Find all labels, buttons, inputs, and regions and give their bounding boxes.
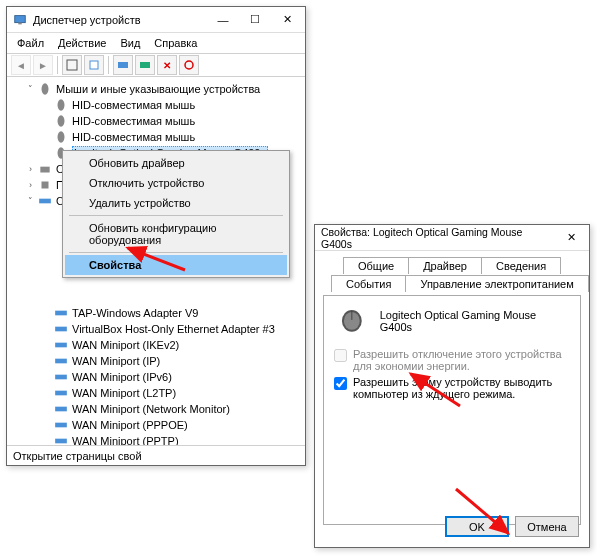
annotation-arrow xyxy=(450,485,520,540)
network-icon xyxy=(54,434,68,445)
svg-rect-13 xyxy=(42,182,49,189)
dialog-title: Свойства: Logitech Optical Gaming Mouse … xyxy=(321,226,555,250)
tree-item-wan-ikev2[interactable]: WAN Miniport (IKEv2) xyxy=(13,337,305,353)
svg-point-8 xyxy=(58,99,65,111)
mouse-icon xyxy=(54,114,68,128)
svg-rect-20 xyxy=(55,391,67,396)
toolbar-separator xyxy=(57,56,58,74)
tree-item-wan-ip[interactable]: WAN Miniport (IP) xyxy=(13,353,305,369)
tab-driver[interactable]: Драйвер xyxy=(408,257,482,274)
network-icon xyxy=(38,194,52,208)
tree-item-wan-pppoe[interactable]: WAN Miniport (PPPOE) xyxy=(13,417,305,433)
tree-item-vbox[interactable]: VirtualBox Host-Only Ethernet Adapter #3 xyxy=(13,321,305,337)
tab-details[interactable]: Сведения xyxy=(481,257,561,274)
network-icon xyxy=(54,370,68,384)
mouse-icon xyxy=(54,98,68,112)
network-icon xyxy=(54,322,68,336)
svg-rect-19 xyxy=(55,375,67,380)
titlebar: Диспетчер устройств — ☐ ✕ xyxy=(7,7,305,33)
ctx-update-driver[interactable]: Обновить драйвер xyxy=(65,153,287,173)
cancel-button[interactable]: Отмена xyxy=(515,516,579,537)
toolbar: ◄ ► ✕ xyxy=(7,53,305,77)
svg-rect-16 xyxy=(55,327,67,332)
svg-rect-18 xyxy=(55,359,67,364)
svg-rect-23 xyxy=(55,439,67,444)
tree-item-wan-netmon[interactable]: WAN Miniport (Network Monitor) xyxy=(13,401,305,417)
svg-line-31 xyxy=(411,374,460,406)
tree-item-wan-l2tp[interactable]: WAN Miniport (L2TP) xyxy=(13,385,305,401)
svg-rect-17 xyxy=(55,343,67,348)
status-bar: Открытие страницы свой xyxy=(7,445,305,465)
menu-view[interactable]: Вид xyxy=(114,35,146,51)
toolbar-forward-button[interactable]: ► xyxy=(33,55,53,75)
tree-item-hid-mouse[interactable]: HID-совместимая мышь xyxy=(13,129,305,145)
device-name-label: Logitech Optical Gaming Mouse G400s xyxy=(380,309,570,333)
expand-icon[interactable]: › xyxy=(25,164,36,174)
svg-point-7 xyxy=(42,83,49,95)
menu-help[interactable]: Справка xyxy=(148,35,203,51)
network-icon xyxy=(54,418,68,432)
window-title: Диспетчер устройств xyxy=(33,14,207,26)
svg-point-10 xyxy=(58,131,65,143)
tab-general[interactable]: Общие xyxy=(343,257,409,274)
svg-rect-1 xyxy=(18,22,22,24)
toolbar-back-button[interactable]: ◄ xyxy=(11,55,31,75)
minimize-button[interactable]: — xyxy=(207,9,239,31)
maximize-button[interactable]: ☐ xyxy=(239,9,271,31)
collapse-icon[interactable]: ˅ xyxy=(25,196,36,206)
toolbar-update-button[interactable] xyxy=(135,55,155,75)
menu-file[interactable]: Файл xyxy=(11,35,50,51)
tree-category-mice[interactable]: ˅ Мыши и иные указывающие устройства xyxy=(13,81,305,97)
svg-rect-21 xyxy=(55,407,67,412)
expand-icon[interactable]: › xyxy=(25,180,36,190)
tree-item-wan-pptp[interactable]: WAN Miniport (PPTP) xyxy=(13,433,305,445)
svg-rect-4 xyxy=(118,62,128,68)
toolbar-properties-button[interactable] xyxy=(84,55,104,75)
tab-events[interactable]: События xyxy=(331,275,406,292)
tab-power-management[interactable]: Управление электропитанием xyxy=(405,275,588,292)
annotation-arrow xyxy=(120,244,190,274)
tree-item-wan-ipv6[interactable]: WAN Miniport (IPv6) xyxy=(13,369,305,385)
svg-rect-5 xyxy=(140,62,150,68)
toolbar-uninstall-button[interactable]: ✕ xyxy=(157,55,177,75)
svg-line-30 xyxy=(128,248,185,270)
titlebar: Свойства: Logitech Optical Gaming Mouse … xyxy=(315,225,589,251)
tree-item-hid-mouse[interactable]: HID-совместимая мышь xyxy=(13,113,305,129)
svg-rect-14 xyxy=(39,199,51,204)
mouse-icon xyxy=(54,130,68,144)
network-icon xyxy=(54,354,68,368)
ctx-separator xyxy=(69,215,283,216)
close-button[interactable]: ✕ xyxy=(271,9,303,31)
svg-rect-12 xyxy=(40,167,49,173)
svg-rect-0 xyxy=(15,15,26,22)
ctx-disable-device[interactable]: Отключить устройство xyxy=(65,173,287,193)
printer-icon xyxy=(38,162,52,176)
svg-rect-3 xyxy=(90,61,98,69)
svg-rect-22 xyxy=(55,423,67,428)
network-icon xyxy=(54,338,68,352)
svg-rect-2 xyxy=(67,60,77,70)
close-button[interactable]: ✕ xyxy=(555,227,587,249)
tabstrip: Общие Драйвер Сведения События Управлени… xyxy=(315,251,589,295)
ctx-remove-device[interactable]: Удалить устройство xyxy=(65,193,287,213)
collapse-icon[interactable]: ˅ xyxy=(25,84,36,94)
toolbar-disable-button[interactable] xyxy=(179,55,199,75)
annotation-arrow xyxy=(405,370,465,410)
network-icon xyxy=(54,306,68,320)
toolbar-separator xyxy=(108,56,109,74)
tree-item-tap[interactable]: TAP-Windows Adapter V9 xyxy=(13,305,305,321)
network-icon xyxy=(54,402,68,416)
tree-item-hid-mouse[interactable]: HID-совместимая мышь xyxy=(13,97,305,113)
checkbox-allow-wake[interactable] xyxy=(334,377,347,390)
svg-rect-15 xyxy=(55,311,67,316)
app-icon xyxy=(13,13,27,27)
network-icon xyxy=(54,386,68,400)
menubar: Файл Действие Вид Справка xyxy=(7,33,305,53)
menu-action[interactable]: Действие xyxy=(52,35,112,51)
mouse-icon xyxy=(38,82,52,96)
checkbox-allow-power-off xyxy=(334,349,347,362)
toolbar-show-hidden-button[interactable] xyxy=(62,55,82,75)
checkbox-label: Разрешить отключение этого устройства дл… xyxy=(353,348,570,372)
toolbar-scan-button[interactable] xyxy=(113,55,133,75)
svg-point-9 xyxy=(58,115,65,127)
